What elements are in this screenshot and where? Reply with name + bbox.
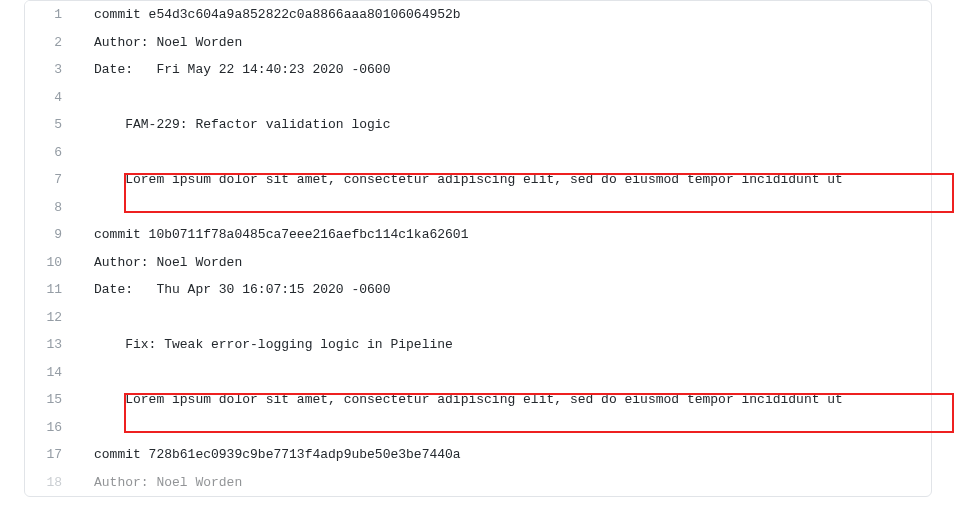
line-number: 1: [25, 1, 80, 29]
line-number: 6: [25, 139, 80, 167]
code-line: 3 Date: Fri May 22 14:40:23 2020 -0600: [25, 56, 931, 84]
code-line: 8: [25, 194, 931, 222]
code-line: 9 commit 10b0711f78a0485ca7eee216aefbc11…: [25, 221, 931, 249]
line-content: commit 10b0711f78a0485ca7eee216aefbc114c…: [80, 221, 931, 249]
line-number: 13: [25, 331, 80, 359]
line-number: 15: [25, 386, 80, 414]
line-number: 2: [25, 29, 80, 57]
line-content: [80, 139, 931, 167]
line-number: 9: [25, 221, 80, 249]
line-number: 16: [25, 414, 80, 442]
code-line: 7 Lorem ipsum dolor sit amet, consectetu…: [25, 166, 931, 194]
code-line: 10 Author: Noel Worden: [25, 249, 931, 277]
code-viewer-container: 1 commit e54d3c604a9a852822c0a8866aaa801…: [0, 0, 956, 505]
line-content: Author: Noel Worden: [80, 469, 931, 497]
code-line: 6: [25, 139, 931, 167]
line-content: [80, 414, 931, 442]
line-content: Fix: Tweak error-logging logic in Pipeli…: [80, 331, 931, 359]
line-number: 4: [25, 84, 80, 112]
line-number: 14: [25, 359, 80, 387]
code-block[interactable]: 1 commit e54d3c604a9a852822c0a8866aaa801…: [24, 0, 932, 497]
code-line: 14: [25, 359, 931, 387]
code-line: 18 Author: Noel Worden: [25, 469, 931, 497]
code-line: 4: [25, 84, 931, 112]
line-content: Author: Noel Worden: [80, 249, 931, 277]
line-number: 17: [25, 441, 80, 469]
line-number: 8: [25, 194, 80, 222]
line-content: Lorem ipsum dolor sit amet, consectetur …: [80, 166, 931, 194]
code-line: 5 FAM-229: Refactor validation logic: [25, 111, 931, 139]
line-content: Date: Fri May 22 14:40:23 2020 -0600: [80, 56, 931, 84]
code-line: 11 Date: Thu Apr 30 16:07:15 2020 -0600: [25, 276, 931, 304]
code-line: 16: [25, 414, 931, 442]
line-content: [80, 194, 931, 222]
line-content: commit 728b61ec0939c9be7713f4adp9ube50e3…: [80, 441, 931, 469]
line-content: Date: Thu Apr 30 16:07:15 2020 -0600: [80, 276, 931, 304]
code-line: 12: [25, 304, 931, 332]
code-line: 15 Lorem ipsum dolor sit amet, consectet…: [25, 386, 931, 414]
line-content: commit e54d3c604a9a852822c0a8866aaa80106…: [80, 1, 931, 29]
line-number: 11: [25, 276, 80, 304]
line-number: 5: [25, 111, 80, 139]
line-content: [80, 84, 931, 112]
line-content: [80, 359, 931, 387]
code-line: 17 commit 728b61ec0939c9be7713f4adp9ube5…: [25, 441, 931, 469]
line-number: 7: [25, 166, 80, 194]
line-content: [80, 304, 931, 332]
line-content: Lorem ipsum dolor sit amet, consectetur …: [80, 386, 931, 414]
code-line: 2 Author: Noel Worden: [25, 29, 931, 57]
code-line: 13 Fix: Tweak error-logging logic in Pip…: [25, 331, 931, 359]
line-number: 10: [25, 249, 80, 277]
line-content: Author: Noel Worden: [80, 29, 931, 57]
line-number: 18: [25, 469, 80, 497]
code-frame: 1 commit e54d3c604a9a852822c0a8866aaa801…: [24, 0, 932, 497]
line-number: 3: [25, 56, 80, 84]
code-line: 1 commit e54d3c604a9a852822c0a8866aaa801…: [25, 1, 931, 29]
line-number: 12: [25, 304, 80, 332]
line-content: FAM-229: Refactor validation logic: [80, 111, 931, 139]
